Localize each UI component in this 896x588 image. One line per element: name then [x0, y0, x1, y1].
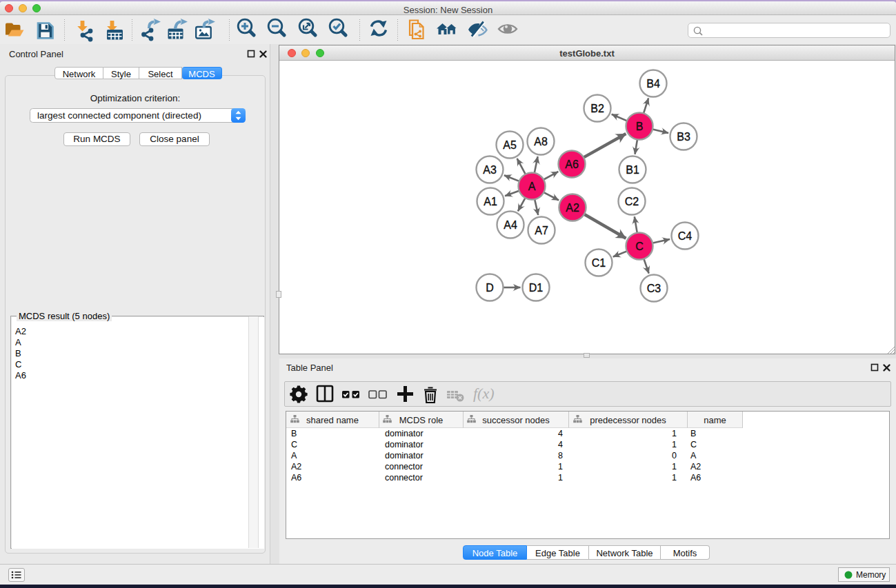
- svg-text:C: C: [635, 241, 644, 252]
- svg-text:B4: B4: [646, 78, 660, 90]
- svg-text:C2: C2: [625, 196, 639, 207]
- svg-text:A8: A8: [534, 136, 548, 148]
- svg-text:D1: D1: [529, 282, 544, 294]
- svg-text:B: B: [636, 121, 644, 132]
- svg-text:B2: B2: [590, 103, 604, 114]
- svg-text:A3: A3: [483, 164, 497, 176]
- svg-text:A2: A2: [566, 202, 579, 214]
- svg-text:A5: A5: [503, 139, 517, 151]
- svg-text:C4: C4: [678, 230, 693, 242]
- svg-text:D: D: [486, 282, 494, 294]
- svg-text:A1: A1: [484, 196, 497, 207]
- svg-text:B3: B3: [677, 131, 690, 143]
- svg-text:C3: C3: [647, 283, 661, 294]
- svg-text:A7: A7: [535, 225, 548, 236]
- svg-text:C1: C1: [592, 257, 606, 269]
- svg-text:A4: A4: [504, 219, 517, 231]
- svg-text:B1: B1: [626, 164, 639, 176]
- svg-text:A6: A6: [565, 159, 579, 170]
- svg-text:A: A: [528, 181, 536, 192]
